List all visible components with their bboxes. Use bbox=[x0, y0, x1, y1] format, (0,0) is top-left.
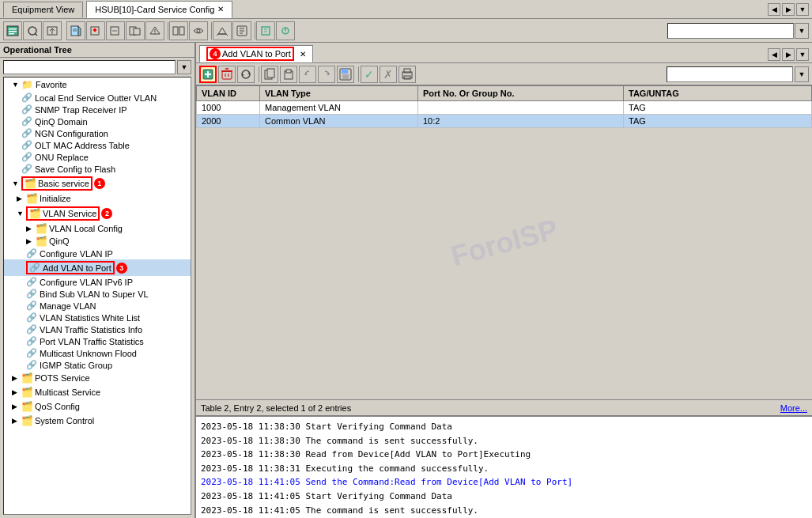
right-toolbar-add[interactable] bbox=[199, 66, 217, 83]
badge-basic-service: 1 bbox=[94, 178, 105, 189]
tree-item-olt-mac[interactable]: 🔗 OLT MAC Address Table bbox=[4, 139, 191, 151]
svg-rect-37 bbox=[222, 71, 232, 79]
watermark: ForoISP bbox=[447, 212, 561, 272]
folder-icon: 🗂️ bbox=[21, 372, 33, 384]
tree-item-manage-vlan[interactable]: 🔗 Manage VLAN bbox=[4, 300, 191, 312]
folder-icon: 🗂️ bbox=[36, 236, 47, 247]
right-nav-right[interactable]: ▶ bbox=[782, 48, 795, 61]
right-nav-left[interactable]: ◀ bbox=[768, 48, 780, 61]
nav-left-btn[interactable]: ◀ bbox=[768, 3, 780, 16]
toolbar-btn-3[interactable] bbox=[43, 21, 62, 40]
tree-item-add-vlan-to-port[interactable]: 🔗 Add VLAN to Port 3 bbox=[4, 259, 191, 276]
tree-toggle-qos: ▶ bbox=[12, 403, 21, 410]
right-toolbar-check1[interactable]: ✓ bbox=[361, 66, 378, 83]
log-line: 2023-05-18 11:38:30 The command is sent … bbox=[201, 434, 807, 448]
tree-item-local-end[interactable]: 🔗 Local End Service Outter VLAN bbox=[4, 92, 191, 104]
tree-item-basic-service[interactable]: ▼ 🗂️ Basic service 1 bbox=[4, 175, 191, 192]
search-arrow-btn[interactable]: ▼ bbox=[177, 60, 191, 74]
link-icon: 🔗 bbox=[26, 360, 37, 370]
tree-item-vlan-local-config[interactable]: ▶ 🗂️ VLAN Local Config bbox=[4, 222, 191, 235]
nav-menu-btn[interactable]: ▼ bbox=[796, 3, 809, 16]
toolbar-btn-11[interactable] bbox=[213, 21, 232, 40]
tree-item-configure-vlan-ip[interactable]: 🔗 Configure VLAN IP bbox=[4, 248, 191, 259]
toolbar-btn-4[interactable] bbox=[66, 21, 85, 40]
tab-add-vlan-to-port[interactable]: 4 Add VLAN to Port ✕ bbox=[199, 45, 313, 62]
tab-close-icon[interactable]: ✕ bbox=[300, 50, 306, 59]
tree-item-pots-service[interactable]: ▶ 🗂️ POTS Service bbox=[4, 371, 191, 385]
link-icon: 🔗 bbox=[21, 164, 32, 174]
tab-equipment-view[interactable]: Equipment View bbox=[3, 2, 83, 17]
link-icon: 🔗 bbox=[26, 336, 37, 346]
right-toolbar-paste[interactable] bbox=[280, 66, 297, 83]
right-search-arrow[interactable]: ▼ bbox=[795, 66, 809, 82]
tree-item-ngn[interactable]: 🔗 NGN Configuration bbox=[4, 127, 191, 139]
tree-item-bind-sub-vlan[interactable]: 🔗 Bind Sub VLAN to Super VL bbox=[4, 288, 191, 300]
folder-icon: 🗂️ bbox=[21, 387, 33, 398]
right-toolbar-redo[interactable] bbox=[318, 66, 335, 83]
cell-vlanid: 1000 bbox=[197, 101, 260, 115]
tab-card-service[interactable]: HSUB[10]-Card Service Config ✕ bbox=[86, 1, 232, 18]
toolbar-btn-6[interactable] bbox=[106, 21, 125, 40]
toolbar-btn-1[interactable] bbox=[3, 21, 22, 40]
link-icon: 🔗 bbox=[21, 93, 32, 103]
link-icon: 🔗 bbox=[26, 248, 37, 259]
right-toolbar-copy[interactable] bbox=[261, 66, 278, 83]
svg-point-20 bbox=[154, 32, 155, 33]
nav-right-btn[interactable]: ▶ bbox=[782, 3, 795, 16]
svg-rect-1 bbox=[9, 28, 17, 30]
toolbar-btn-5[interactable] bbox=[86, 21, 105, 40]
search-input[interactable] bbox=[3, 60, 176, 74]
log-line: 2023-05-18 11:38:31 Executing the comman… bbox=[201, 462, 807, 476]
toolbar-btn-2[interactable] bbox=[23, 21, 42, 40]
tree-item-favorite[interactable]: ▼ 📁 Favorite bbox=[4, 78, 191, 92]
right-toolbar-check2[interactable]: ✗ bbox=[380, 66, 397, 83]
tree-toggle-system: ▶ bbox=[12, 417, 21, 425]
search-input-main[interactable] bbox=[667, 23, 794, 39]
tree-item-snmp[interactable]: 🔗 SNMP Trap Receiver IP bbox=[4, 104, 191, 115]
tree-item-qinq[interactable]: ▶ 🗂️ QinQ bbox=[4, 235, 191, 248]
tree-item-port-vlan-traffic[interactable]: 🔗 Port VLAN Traffic Statistics bbox=[4, 335, 191, 347]
tree-item-qinq-domain[interactable]: 🔗 QinQ Domain bbox=[4, 115, 191, 127]
table-row[interactable]: 2000 Common VLAN 10:2 TAG bbox=[197, 115, 812, 128]
search-dropdown-btn[interactable]: ▼ bbox=[795, 23, 809, 39]
tree-item-onu-replace[interactable]: 🔗 ONU Replace bbox=[4, 151, 191, 163]
toolbar-btn-8[interactable] bbox=[145, 21, 164, 40]
tree-item-system-control[interactable]: ▶ 🗂️ System Control bbox=[4, 414, 191, 428]
tree-item-configure-vlan-ipv6[interactable]: 🔗 Configure VLAN IPv6 IP bbox=[4, 276, 191, 288]
right-toolbar-print[interactable] bbox=[398, 66, 416, 83]
toolbar-btn-13[interactable] bbox=[256, 21, 275, 40]
toolbar-btn-10[interactable] bbox=[189, 21, 208, 40]
tree-toggle-basic-service: ▼ bbox=[12, 180, 21, 187]
tab-close-icon[interactable]: ✕ bbox=[217, 5, 224, 13]
right-toolbar-undo[interactable] bbox=[299, 66, 316, 83]
badge-add-vlan-tab: 4 bbox=[210, 48, 221, 59]
toolbar-btn-9[interactable] bbox=[169, 21, 188, 40]
tree-toggle-multicast: ▶ bbox=[12, 388, 21, 396]
svg-rect-45 bbox=[267, 69, 274, 78]
status-bar: Table 2, Entry 2, selected 1 of 2 entrie… bbox=[196, 399, 812, 415]
toolbar-btn-12[interactable] bbox=[232, 21, 251, 40]
tree-item-multicast-unknown[interactable]: 🔗 Multicast Unknown Flood bbox=[4, 347, 191, 359]
link-icon: 🔗 bbox=[26, 301, 37, 311]
log-line: 2023-05-18 11:38:30 Start Verifying Comm… bbox=[201, 420, 807, 434]
right-search[interactable] bbox=[667, 66, 793, 82]
right-toolbar-refresh[interactable] bbox=[237, 66, 255, 83]
right-toolbar-delete[interactable] bbox=[218, 66, 236, 83]
right-nav-menu[interactable]: ▼ bbox=[796, 48, 809, 61]
tree-item-vlan-service[interactable]: ▼ 🗂️ VLAN Service 2 bbox=[4, 205, 191, 222]
link-icon: 🔗 bbox=[21, 104, 32, 115]
tree-item-qos-config[interactable]: ▶ 🗂️ QoS Config bbox=[4, 399, 191, 414]
tree-item-multicast-service[interactable]: ▶ 🗂️ Multicast Service bbox=[4, 385, 191, 399]
toolbar-btn-7[interactable] bbox=[126, 21, 145, 40]
tree-item-igmp-static[interactable]: 🔗 IGMP Static Group bbox=[4, 359, 191, 371]
link-icon: 🔗 bbox=[26, 324, 37, 335]
right-toolbar-save[interactable] bbox=[337, 66, 354, 83]
tree-item-vlan-traffic-stats[interactable]: 🔗 VLAN Traffic Statistics Info bbox=[4, 323, 191, 335]
tree-item-initialize[interactable]: ▶ 🗂️ Initialize bbox=[4, 192, 191, 205]
table-row[interactable]: 1000 Management VLAN TAG bbox=[197, 101, 812, 115]
more-link[interactable]: More... bbox=[780, 403, 807, 413]
tree-item-save-config[interactable]: 🔗 Save Config to Flash bbox=[4, 163, 191, 175]
tree-item-vlan-stats-whitelist[interactable]: 🔗 VLAN Statistics White List bbox=[4, 312, 191, 323]
tree-toggle: ▶ bbox=[26, 237, 36, 245]
toolbar-btn-14[interactable] bbox=[276, 21, 295, 40]
